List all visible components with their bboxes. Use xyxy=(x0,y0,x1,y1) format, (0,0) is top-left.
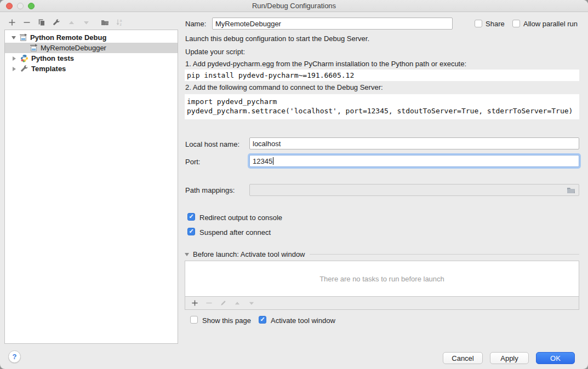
empty-tasks-text: There are no tasks to run before launch xyxy=(319,275,444,283)
remote-debug-config-icon xyxy=(30,44,38,52)
title-bar: Run/Debug Configurations xyxy=(0,0,588,12)
edit-templates-wrench-icon[interactable] xyxy=(52,18,61,27)
path-mappings-label: Path mappings: xyxy=(185,186,235,194)
redirect-output-checkbox[interactable] xyxy=(187,213,195,221)
remove-configuration-icon[interactable] xyxy=(22,18,31,27)
add-configuration-icon[interactable] xyxy=(8,18,16,27)
update-script-text: Update your script: xyxy=(185,48,245,56)
show-this-page-checkbox[interactable] xyxy=(190,316,198,324)
ok-button[interactable]: OK xyxy=(536,352,575,364)
python-tests-icon xyxy=(20,54,28,62)
intro-text: Launch this debug configuration to start… xyxy=(185,34,369,43)
collapsed-arrow-icon[interactable] xyxy=(13,56,16,61)
code-line-import: import pydevd_pycharm xyxy=(187,97,579,106)
local-host-name-input[interactable] xyxy=(249,137,579,149)
configurations-tree: Python Remote Debug MyRemoteDebugger Pyt… xyxy=(4,30,178,344)
browse-folder-icon[interactable] xyxy=(567,186,575,195)
settrace-code-block: import pydevd_pycharm pydevd_pycharm.set… xyxy=(185,94,579,119)
tree-item-python-tests[interactable]: Python tests xyxy=(5,53,178,64)
activate-tool-window-label: Activate tool window xyxy=(271,316,335,325)
tree-item-templates[interactable]: Templates xyxy=(5,64,178,74)
remote-debug-config-icon xyxy=(19,33,27,42)
port-input[interactable]: 12345 xyxy=(249,155,579,167)
path-mappings-field[interactable] xyxy=(249,184,579,196)
port-label: Port: xyxy=(185,158,200,166)
apply-button[interactable]: Apply xyxy=(490,352,529,364)
svg-text:z: z xyxy=(120,22,122,26)
local-host-name-label: Local host name: xyxy=(185,140,239,148)
move-down-icon[interactable] xyxy=(82,18,90,27)
pip-command-code: pip install pydevd-pycharm~=191.6605.12 xyxy=(185,70,579,81)
expanded-arrow-icon[interactable] xyxy=(12,36,16,39)
section-divider xyxy=(310,254,579,255)
add-task-icon[interactable] xyxy=(190,299,199,308)
port-value: 12345 xyxy=(253,157,272,165)
window-title: Run/Debug Configurations xyxy=(0,2,588,10)
text-cursor xyxy=(273,157,273,165)
tasks-toolbar xyxy=(185,297,579,310)
suspend-after-connect-checkbox[interactable] xyxy=(187,228,195,235)
share-label: Share xyxy=(486,20,505,28)
share-checkbox[interactable] xyxy=(475,20,482,27)
move-task-up-icon[interactable] xyxy=(233,299,242,308)
collapsed-arrow-icon[interactable] xyxy=(13,67,16,71)
redirect-output-label: Redirect output to console xyxy=(199,214,282,222)
before-launch-title: Before launch: Activate tool window xyxy=(193,250,305,258)
before-launch-tasks-list[interactable]: There are no tasks to run before launch xyxy=(185,261,579,297)
tree-item-label: Python tests xyxy=(31,53,74,64)
tree-item-label: Templates xyxy=(31,64,66,74)
tree-item-myremotedebugger[interactable]: MyRemoteDebugger xyxy=(5,43,178,53)
tree-item-label: MyRemoteDebugger xyxy=(41,43,106,53)
allow-parallel-run-label: Allow parallel run xyxy=(523,20,578,28)
help-button[interactable]: ? xyxy=(8,350,21,363)
new-folder-icon[interactable] xyxy=(100,18,109,27)
collapse-section-arrow-icon[interactable] xyxy=(185,253,189,256)
run-debug-configurations-dialog: Run/Debug Configurations az xyxy=(0,0,588,369)
configurations-toolbar: az xyxy=(8,16,124,28)
tree-item-python-remote-debug[interactable]: Python Remote Debug xyxy=(5,32,178,43)
copy-configuration-icon[interactable] xyxy=(37,18,46,27)
remove-task-icon[interactable] xyxy=(204,299,213,308)
move-up-icon[interactable] xyxy=(67,18,76,27)
name-label: Name: xyxy=(185,20,206,28)
code-line-settrace: pydevd_pycharm.settrace('localhost', por… xyxy=(187,106,579,116)
name-input[interactable] xyxy=(212,18,453,30)
activate-tool-window-checkbox[interactable] xyxy=(259,316,266,324)
step1-text: 1. Add pydevd-pycharm.egg from the PyCha… xyxy=(185,60,466,68)
suspend-after-connect-label: Suspend after connect xyxy=(199,228,271,237)
tree-item-label: Python Remote Debug xyxy=(30,32,106,43)
sort-alphabetically-icon[interactable]: az xyxy=(115,18,124,27)
svg-text:a: a xyxy=(120,19,122,22)
before-launch-header: Before launch: Activate tool window xyxy=(185,250,579,258)
edit-task-pencil-icon[interactable] xyxy=(219,299,227,308)
move-task-down-icon[interactable] xyxy=(247,299,256,308)
templates-wrench-icon xyxy=(20,65,28,73)
step2-text: 2. Add the following command to connect … xyxy=(185,83,383,91)
cancel-button[interactable]: Cancel xyxy=(443,352,483,364)
allow-parallel-run-checkbox[interactable] xyxy=(512,20,520,27)
show-this-page-label: Show this page xyxy=(202,316,251,325)
